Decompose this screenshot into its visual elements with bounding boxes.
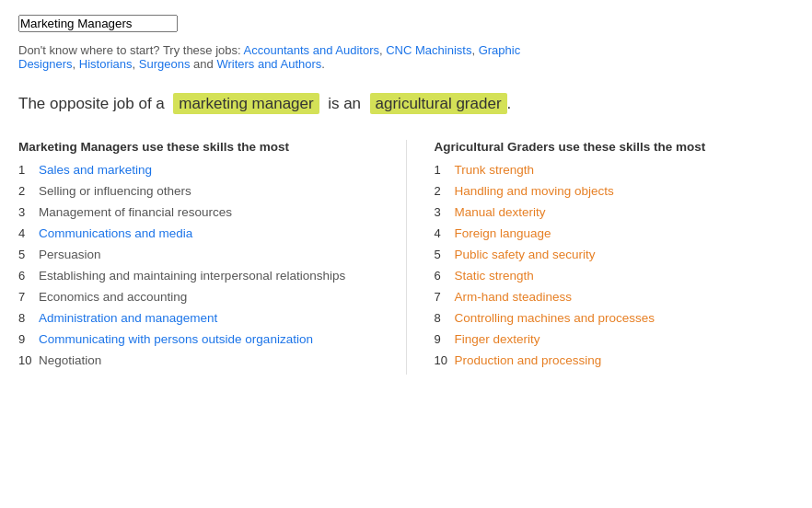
list-item: 3 Manual dexterity xyxy=(435,205,795,219)
list-item: 6 Establishing and maintaining interpers… xyxy=(18,269,378,283)
job2-highlight: agricultural grader xyxy=(370,93,507,114)
suggestion-prefix: Don't know where to start? Try these job… xyxy=(18,43,241,57)
right-col-header: Agricultural Graders use these skills th… xyxy=(435,140,795,154)
skill-link[interactable]: Handling and moving objects xyxy=(455,184,614,198)
list-item: 6 Static strength xyxy=(435,269,795,283)
job1-highlight: marketing manager xyxy=(173,93,319,114)
search-input[interactable]: Marketing Managers xyxy=(18,15,178,32)
list-item: 1 Trunk strength xyxy=(435,163,795,177)
column-divider xyxy=(406,140,407,375)
suggestion-link-accountants[interactable]: Accountants and Auditors xyxy=(244,43,379,57)
list-item: 4 Foreign language xyxy=(435,226,795,240)
skill-link[interactable]: Sales and marketing xyxy=(39,163,152,177)
opposite-suffix: . xyxy=(507,95,512,112)
opposite-prefix: The opposite job of a xyxy=(18,95,165,112)
skill-link[interactable]: Communications and media xyxy=(39,226,192,240)
list-item: 10 Production and processing xyxy=(435,353,795,367)
skills-section: Marketing Managers use these skills the … xyxy=(18,140,794,375)
suggestion-link-writers[interactable]: Writers and Authors xyxy=(216,57,321,71)
list-item: 7 Arm-hand steadiness xyxy=(435,290,795,304)
list-item: 4 Communications and media xyxy=(18,226,378,240)
list-item: 8 Administration and management xyxy=(18,311,378,325)
list-item: 2 Selling or influencing others xyxy=(18,184,378,198)
opposite-line: The opposite job of a marketing manager … xyxy=(18,91,794,116)
skill-link[interactable]: Trunk strength xyxy=(455,163,535,177)
list-item: 9 Finger dexterity xyxy=(435,332,795,346)
list-item: 7 Economics and accounting xyxy=(18,290,378,304)
list-item: 3 Management of financial resources xyxy=(18,205,378,219)
search-bar: Marketing Managers xyxy=(18,15,794,32)
skill-link[interactable]: Controlling machines and processes xyxy=(455,311,655,325)
list-item: 10 Negotiation xyxy=(18,353,378,367)
skill-link[interactable]: Communicating with persons outside organ… xyxy=(39,332,313,346)
list-item: 2 Handling and moving objects xyxy=(435,184,795,198)
list-item: 1 Sales and marketing xyxy=(18,163,378,177)
left-col-header: Marketing Managers use these skills the … xyxy=(18,140,378,154)
suggestion-link-surgeons[interactable]: Surgeons xyxy=(139,57,191,71)
right-skills-col: Agricultural Graders use these skills th… xyxy=(435,140,795,375)
suggestion-line: Don't know where to start? Try these job… xyxy=(18,43,794,71)
right-skill-list: 1 Trunk strength 2 Handling and moving o… xyxy=(435,163,795,367)
list-item: 8 Controlling machines and processes xyxy=(435,311,795,325)
list-item: 5 Persuasion xyxy=(18,248,378,261)
skill-link[interactable]: Administration and management xyxy=(39,311,217,325)
opposite-middle: is an xyxy=(328,95,361,112)
suggestion-link-cnc[interactable]: CNC Machinists xyxy=(386,43,471,57)
left-skills-col: Marketing Managers use these skills the … xyxy=(18,140,378,375)
list-item: 5 Public safety and security xyxy=(435,248,795,261)
suggestion-link-historians[interactable]: Historians xyxy=(79,57,133,71)
left-skill-list: 1 Sales and marketing 2 Selling or influ… xyxy=(18,163,378,367)
list-item: 9 Communicating with persons outside org… xyxy=(18,332,378,346)
